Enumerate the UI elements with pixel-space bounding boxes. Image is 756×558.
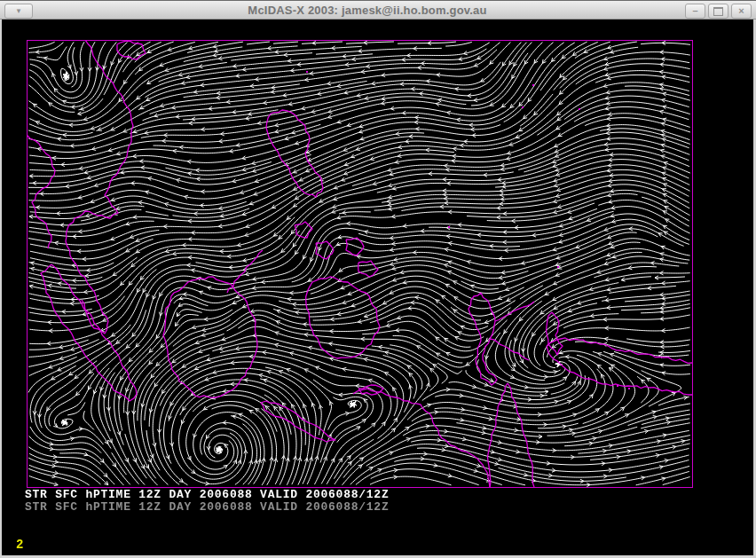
- streamline-map-canvas[interactable]: [2, 20, 753, 555]
- frame-number: 2: [16, 538, 23, 552]
- maximize-icon: [713, 7, 723, 16]
- status-line-current: STR SFC hPTIME 12Z DAY 2006088 VALID 200…: [25, 489, 389, 500]
- titlebar[interactable]: ▾ McIDAS-X 2003: jamesk@ii.ho.bom.gov.au…: [0, 0, 756, 20]
- chevron-down-icon: ▾: [17, 6, 21, 15]
- minimize-button[interactable]: –: [685, 4, 705, 19]
- maximize-button[interactable]: [708, 4, 728, 19]
- minimize-icon: –: [692, 6, 697, 16]
- window-title: McIDAS-X 2003: jamesk@ii.ho.bom.gov.au: [53, 1, 681, 20]
- window-controls: – ×: [685, 4, 752, 19]
- window-menu-button[interactable]: ▾: [4, 4, 33, 19]
- close-icon: ×: [738, 6, 744, 16]
- mcidas-window: ▾ McIDAS-X 2003: jamesk@ii.ho.bom.gov.au…: [0, 0, 756, 558]
- close-button[interactable]: ×: [731, 4, 752, 19]
- image-display-area[interactable]: STR SFC hPTIME 12Z DAY 2006088 VALID 200…: [2, 20, 753, 555]
- status-line-previous: STR SFC hPTIME 12Z DAY 2006088 VALID 200…: [25, 501, 389, 513]
